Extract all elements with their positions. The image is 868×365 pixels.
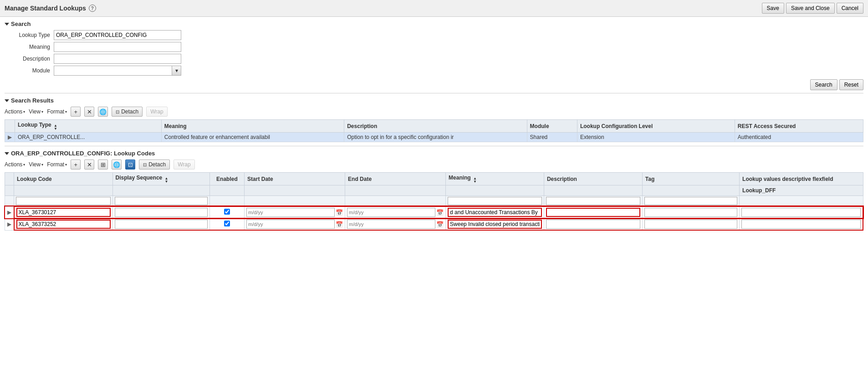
lc-row2-enabled — [209, 218, 244, 230]
module-select-arrow[interactable]: ▾ — [172, 66, 181, 75]
wrap-button[interactable]: Wrap — [146, 107, 167, 117]
row-expander[interactable]: ▶ — [5, 133, 15, 142]
lc-col-tag[interactable]: Tag — [642, 173, 739, 185]
lc-col-lookup-code[interactable]: Lookup Code — [14, 173, 113, 185]
lookup-codes-collapse-icon[interactable] — [5, 152, 9, 155]
lc-row2-end-cal[interactable]: 📅 — [436, 221, 444, 228]
description-input[interactable] — [54, 54, 181, 64]
lc-view-dropdown[interactable]: View ▾ — [29, 161, 43, 168]
lc-row2-start-input[interactable] — [246, 220, 335, 229]
lc-table-row-1: ▶ 📅 — [5, 206, 863, 218]
table-row[interactable]: ▶ ORA_ERP_CONTROLLE... Controlled featur… — [5, 133, 863, 142]
lc-row1-display-seq — [112, 206, 209, 218]
lc-row2-code-input[interactable] — [16, 220, 111, 229]
lc-view-label: View — [29, 161, 41, 168]
save-and-close-button[interactable]: Save and Close — [786, 3, 835, 14]
lc-row1-code-input[interactable] — [16, 208, 111, 217]
header-buttons: Save Save and Close Cancel — [762, 3, 863, 14]
lc-row1-start-cal[interactable]: 📅 — [336, 209, 343, 216]
lc-row1-expander[interactable]: ▶ — [5, 206, 14, 218]
lookup-type-input[interactable] — [54, 30, 181, 40]
lc-row2-end-input[interactable] — [347, 220, 435, 229]
lc-row1-end-input[interactable] — [347, 208, 435, 217]
lc-web-button[interactable]: 🌐 — [112, 159, 122, 170]
lc-detach-button[interactable]: ⊡ Detach — [139, 159, 170, 170]
save-button[interactable]: Save — [762, 3, 784, 14]
cell-description: Option to opt in for a specific configur… — [344, 133, 527, 142]
format-dropdown[interactable]: Format ▾ — [47, 108, 67, 115]
filter-description[interactable] — [546, 197, 640, 205]
filter-meaning[interactable] — [448, 197, 542, 205]
lc-row2-enabled-checkbox[interactable] — [224, 221, 230, 226]
cell-meaning: Controlled feature or enhancement availa… — [161, 133, 344, 142]
delete-row-button[interactable]: ✕ — [84, 107, 94, 117]
col-lookup-type[interactable]: Lookup Type ▲▼ — [15, 120, 162, 133]
lc-col-display-seq[interactable]: Display Sequence ▲▼ — [112, 173, 209, 185]
lc-row1-start-input[interactable] — [246, 208, 335, 217]
view-dropdown[interactable]: View ▾ — [29, 108, 43, 115]
lc-row2-tag-input[interactable] — [644, 220, 737, 229]
filter-lookup-code[interactable] — [16, 197, 111, 205]
lc-col-description[interactable]: Description — [544, 173, 642, 185]
lc-grid-button[interactable]: ⊞ — [98, 159, 108, 170]
lc-row1-tag-input[interactable] — [644, 208, 737, 217]
lc-row2-dff-input[interactable] — [741, 220, 861, 229]
lc-row2-seq-input[interactable] — [115, 220, 208, 229]
lc-filter-sd — [245, 196, 345, 207]
lc-row1-dff-input[interactable] — [741, 208, 861, 217]
lc-row1-end-cal[interactable]: 📅 — [436, 209, 444, 216]
actions-dropdown[interactable]: Actions ▾ — [5, 108, 25, 115]
reset-button[interactable]: Reset — [839, 79, 863, 90]
lc-col-meaning[interactable]: Meaning ▲▼ — [446, 173, 544, 185]
filter-tag[interactable] — [644, 197, 737, 205]
lc-row2-meaning-input[interactable] — [448, 220, 542, 229]
col-module[interactable]: Module — [527, 120, 577, 133]
meaning-input[interactable] — [54, 42, 181, 52]
lc-row2-expander[interactable]: ▶ — [5, 218, 14, 230]
lc-delete-button[interactable]: ✕ — [84, 159, 94, 170]
filter-display-seq[interactable] — [115, 197, 208, 205]
search-section-header: Search — [5, 21, 863, 27]
lc-actions-dropdown[interactable]: Actions ▾ — [5, 161, 25, 168]
cancel-button[interactable]: Cancel — [837, 3, 863, 14]
col-rest-access[interactable]: REST Access Secured — [735, 120, 863, 133]
lc-col-enabled[interactable]: Enabled — [209, 173, 244, 185]
sort-icons-meaning[interactable]: ▲▼ — [473, 177, 477, 183]
lc-row1-meaning-input[interactable] — [448, 208, 542, 217]
search-button[interactable]: Search — [810, 79, 837, 90]
col-description[interactable]: Description — [344, 120, 527, 133]
lc-sub-ed — [345, 185, 446, 196]
format-arrow: ▾ — [65, 110, 67, 114]
lc-col-start-date[interactable]: Start Date — [245, 173, 345, 185]
col-meaning[interactable]: Meaning — [161, 120, 344, 133]
help-icon[interactable]: ? — [89, 5, 96, 12]
lc-row1-desc-input[interactable] — [546, 208, 640, 217]
module-select-input[interactable] — [54, 66, 172, 75]
meaning-label: Meaning — [14, 44, 50, 50]
sort-icons-lookup-type[interactable]: ▲▼ — [54, 124, 57, 130]
search-results-collapse-icon[interactable] — [5, 99, 9, 102]
add-row-button[interactable]: + — [71, 107, 81, 117]
lc-row1-tag — [642, 206, 739, 218]
lc-row1-seq-input[interactable] — [115, 208, 208, 217]
lookup-codes-section: ORA_ERP_CONTROLLED_CONFIG: Lookup Codes … — [5, 150, 863, 231]
search-collapse-icon[interactable] — [5, 23, 9, 26]
lc-row2-desc-input[interactable] — [546, 220, 640, 229]
module-select[interactable]: ▾ — [54, 66, 181, 76]
search-results-title: Search Results — [11, 97, 54, 104]
lc-row2-start-cal[interactable]: 📅 — [336, 221, 343, 228]
wrap-label: Wrap — [150, 108, 163, 115]
table-header-row: Lookup Type ▲▼ Meaning Description Modul… — [5, 120, 863, 133]
lc-row1-enabled-checkbox[interactable] — [224, 209, 230, 215]
lc-col-end-date[interactable]: End Date — [345, 173, 446, 185]
lc-wrap-button[interactable]: Wrap — [174, 159, 194, 170]
lc-row1-start-date: 📅 — [245, 206, 345, 218]
lc-format-dropdown[interactable]: Format ▾ — [47, 161, 67, 168]
col-config-level[interactable]: Lookup Configuration Level — [577, 120, 735, 133]
detach-button[interactable]: ⊡ Detach — [112, 107, 143, 117]
sort-icons-display-seq[interactable]: ▲▼ — [165, 177, 168, 183]
lc-sub-header-row: Lookup_DFF — [5, 185, 863, 196]
lc-add-button[interactable]: + — [71, 159, 81, 170]
web-icon-button[interactable]: 🌐 — [98, 107, 108, 117]
lc-blue-button[interactable]: ⊡ — [125, 159, 135, 170]
